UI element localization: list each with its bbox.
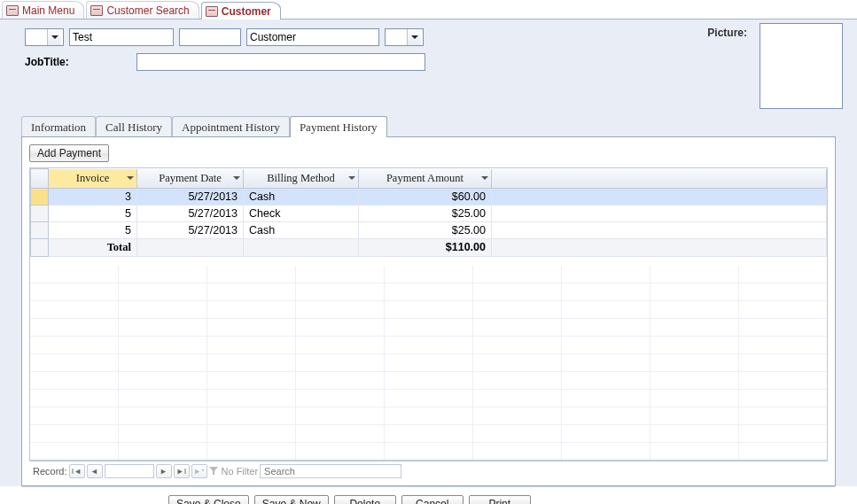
tab-information[interactable]: Information <box>21 116 96 137</box>
nav-last-button[interactable]: ►I <box>174 464 190 478</box>
total-label: Total <box>49 238 137 256</box>
app-tab-bar: Main Menu Customer Search Customer <box>0 0 857 19</box>
cell-date[interactable]: 5/27/2013 <box>137 205 244 221</box>
button-label: Save & Close <box>176 498 241 504</box>
nav-next-button[interactable]: ► <box>156 464 172 478</box>
cell-method[interactable]: Cash <box>244 221 359 238</box>
app-tab-label: Customer Search <box>106 4 189 17</box>
col-label: Billing Method <box>267 172 335 184</box>
col-label: Invoice <box>76 172 109 184</box>
customer-header: JobTitle: Picture: <box>0 19 857 115</box>
nav-first-button[interactable]: I◄ <box>69 464 85 478</box>
title-combo[interactable] <box>25 28 64 46</box>
filter-label: No Filter <box>222 466 259 477</box>
table-row[interactable]: 5 5/27/2013 Cash $25.00 <box>31 221 827 238</box>
row-selector <box>31 238 49 256</box>
row-selector[interactable] <box>31 205 49 221</box>
cell-amount[interactable]: $25.00 <box>359 205 492 221</box>
nav-prev-button[interactable]: ◄ <box>87 464 103 478</box>
tab-label: Payment History <box>300 120 378 134</box>
app-tab-label: Customer <box>222 5 271 18</box>
cell-invoice[interactable]: 3 <box>49 188 137 205</box>
cell-date[interactable]: 5/27/2013 <box>137 188 244 205</box>
cell-invoice[interactable]: 5 <box>49 205 137 221</box>
col-invoice[interactable]: Invoice <box>49 169 137 189</box>
filter-indicator[interactable]: No Filter <box>209 466 259 477</box>
form-icon <box>6 5 19 16</box>
table-row[interactable]: 3 5/27/2013 Cash $60.00 <box>31 188 827 205</box>
cell-date[interactable]: 5/27/2013 <box>137 221 244 238</box>
col-label: Payment Date <box>159 172 221 184</box>
record-search-input[interactable] <box>260 464 401 478</box>
row-selector[interactable] <box>31 188 49 205</box>
total-row: Total $110.00 <box>31 238 827 256</box>
cell-amount[interactable]: $25.00 <box>359 221 492 238</box>
app-tab-label: Main Menu <box>22 4 74 17</box>
payment-history-panel: Add Payment Invoice Payment Date <box>21 136 836 486</box>
delete-button[interactable]: Delete <box>334 495 396 504</box>
col-billing-method[interactable]: Billing Method <box>244 169 359 189</box>
tab-payment-history[interactable]: Payment History <box>290 116 387 137</box>
row-selector[interactable] <box>31 221 49 238</box>
col-label: Payment Amount <box>386 172 464 184</box>
tab-call-history[interactable]: Call History <box>96 116 172 137</box>
suffix-input[interactable] <box>386 29 407 45</box>
add-payment-button[interactable]: Add Payment <box>29 144 109 162</box>
record-navigator: Record: I◄ ◄ ► ►I ►* No Filter <box>29 461 828 480</box>
cell-blank <box>492 205 827 221</box>
app-tab-customer[interactable]: Customer <box>201 2 281 19</box>
title-input[interactable] <box>26 29 47 45</box>
chevron-down-icon[interactable] <box>126 174 135 182</box>
grid-blank-area <box>30 266 827 460</box>
save-close-button[interactable]: Save & Close <box>168 495 249 504</box>
button-label: Add Payment <box>37 147 101 159</box>
button-label: Delete <box>349 498 380 504</box>
tab-label: Information <box>31 120 86 134</box>
cancel-button[interactable]: Cancel <box>401 495 464 504</box>
form-icon <box>90 5 103 16</box>
tab-appointment-history[interactable]: Appointment History <box>172 116 290 137</box>
chevron-down-icon[interactable] <box>480 174 489 182</box>
chevron-down-icon[interactable] <box>347 174 356 182</box>
cell-method[interactable]: Check <box>244 205 359 221</box>
print-button[interactable]: Print <box>469 495 531 504</box>
middle-name-input[interactable] <box>179 28 241 46</box>
button-label: Print <box>488 498 510 504</box>
cell-invoice[interactable]: 5 <box>49 221 137 238</box>
chevron-down-icon[interactable] <box>47 29 61 45</box>
record-label: Record: <box>33 466 67 477</box>
tab-label: Appointment History <box>182 120 280 134</box>
total-amount: $110.00 <box>359 238 492 256</box>
cell-blank <box>492 188 827 205</box>
form-icon <box>206 6 218 17</box>
cell-method[interactable]: Cash <box>244 188 359 205</box>
picture-frame[interactable] <box>760 23 843 109</box>
form-footer: Save & Close Save & New Delete Cancel Pr… <box>0 490 857 504</box>
funnel-icon <box>209 467 218 476</box>
detail-tab-bar: Information Call History Appointment His… <box>0 115 857 136</box>
button-label: Save & New <box>262 498 321 504</box>
save-new-button[interactable]: Save & New <box>254 495 329 504</box>
col-blank <box>492 169 827 189</box>
job-title-label: JobTitle: <box>25 56 131 68</box>
job-title-input[interactable] <box>136 53 425 71</box>
chevron-down-icon[interactable] <box>407 29 421 45</box>
row-selector-header[interactable] <box>31 169 49 189</box>
cell-amount[interactable]: $60.00 <box>359 188 492 205</box>
table-row[interactable]: 5 5/27/2013 Check $25.00 <box>31 205 827 221</box>
col-payment-amount[interactable]: Payment Amount <box>359 169 492 189</box>
col-payment-date[interactable]: Payment Date <box>137 169 244 189</box>
grid-header-row: Invoice Payment Date Billing Method Paym… <box>31 169 827 189</box>
button-label: Cancel <box>416 498 448 504</box>
last-name-input[interactable] <box>246 28 379 46</box>
app-tab-main-menu[interactable]: Main Menu <box>2 1 84 19</box>
first-name-input[interactable] <box>69 28 174 46</box>
suffix-combo[interactable] <box>385 28 424 46</box>
picture-label: Picture: <box>707 27 747 39</box>
chevron-down-icon[interactable] <box>232 174 241 182</box>
record-position-input[interactable] <box>105 464 154 478</box>
nav-new-button[interactable]: ►* <box>191 464 207 478</box>
cell-blank <box>492 221 827 238</box>
app-tab-customer-search[interactable]: Customer Search <box>86 1 199 19</box>
payments-grid[interactable]: Invoice Payment Date Billing Method Paym… <box>29 167 828 461</box>
